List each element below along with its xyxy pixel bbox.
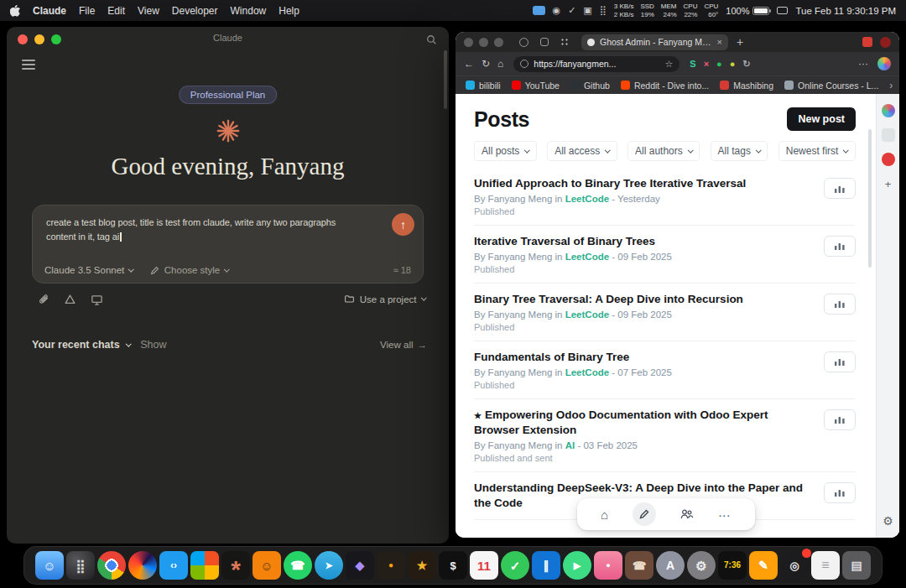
- tasks-app-icon[interactable]: ✓: [501, 551, 529, 580]
- post-analytics-button[interactable]: [824, 482, 856, 503]
- extension-icon[interactable]: S: [690, 60, 695, 69]
- home-icon[interactable]: ⌂: [497, 59, 503, 69]
- orange-chat-app-icon[interactable]: ☺: [253, 551, 281, 580]
- grid-status-icon[interactable]: ⣿: [600, 6, 607, 15]
- tab-groups-icon[interactable]: [560, 38, 569, 46]
- claude-dock-icon[interactable]: *: [221, 551, 250, 580]
- check-status-icon[interactable]: ✓: [568, 6, 575, 15]
- bear-app-icon[interactable]: ★: [408, 551, 436, 580]
- screenshot-tool-icon[interactable]: [533, 6, 545, 15]
- new-post-button[interactable]: New post: [787, 107, 856, 131]
- bookmark-star-icon[interactable]: ☆: [664, 59, 673, 70]
- post-analytics-button[interactable]: [824, 351, 856, 372]
- view-all-link[interactable]: View all →: [380, 340, 427, 350]
- search-icon[interactable]: [426, 34, 437, 49]
- post-row[interactable]: ★Binary Tree Traversal: A Deep Dive into…: [474, 284, 856, 341]
- show-toggle[interactable]: Show: [140, 339, 166, 351]
- zoom-window-button[interactable]: [494, 38, 503, 47]
- bookmarks-overflow-icon[interactable]: ›: [889, 80, 893, 91]
- recent-chats-header[interactable]: Your recent chats Show: [32, 339, 166, 351]
- extension-icon[interactable]: ↻: [742, 60, 750, 69]
- nav-home-icon[interactable]: ⌂: [601, 508, 608, 521]
- filter-dropdown[interactable]: Newest first: [778, 141, 856, 161]
- post-row[interactable]: ★Fundamentals of Binary Tree By Fanyang …: [474, 341, 856, 399]
- bookmark-item[interactable]: Github: [570, 81, 610, 91]
- office-grid-icon[interactable]: [190, 551, 219, 580]
- claude-scrollbar[interactable]: [444, 50, 447, 109]
- drive-integration-icon[interactable]: [64, 294, 76, 310]
- notes-app-icon[interactable]: ≡: [811, 551, 840, 580]
- menu-item[interactable]: Window: [231, 5, 267, 17]
- send-button[interactable]: ↑: [392, 213, 414, 236]
- menu-bar-clock[interactable]: Tue Feb 11 9:30:19 PM: [795, 6, 896, 16]
- minimize-window-button[interactable]: [479, 38, 488, 47]
- nav-edit-icon[interactable]: [633, 502, 656, 526]
- prompt-input-box[interactable]: create a test blog post, title is test f…: [32, 205, 424, 284]
- browser-menu-icon[interactable]: ···: [858, 59, 868, 69]
- close-window-button[interactable]: [464, 38, 473, 47]
- zoom-window-button[interactable]: [51, 34, 61, 44]
- workspaces-icon[interactable]: [519, 38, 528, 47]
- battery-indicator[interactable]: 100%: [726, 6, 769, 16]
- chrome-icon[interactable]: [97, 551, 126, 580]
- filter-dropdown[interactable]: All access: [547, 141, 617, 161]
- menu-item[interactable]: Edit: [107, 5, 125, 17]
- telegram-icon[interactable]: ➤: [315, 551, 343, 580]
- extension-icon[interactable]: ●: [730, 60, 736, 69]
- green-play-app-icon[interactable]: ▶: [563, 551, 591, 580]
- post-row[interactable]: ★Iterative Traversal of Binary Trees By …: [474, 226, 856, 284]
- post-analytics-button[interactable]: [824, 236, 856, 257]
- firefox-icon[interactable]: [128, 551, 157, 580]
- vscode-icon[interactable]: ‹›: [159, 551, 188, 580]
- phone-app-icon[interactable]: ☎: [625, 551, 653, 580]
- sidebar-settings-icon[interactable]: ⚙: [883, 514, 893, 528]
- obsidian-icon[interactable]: ◆: [346, 551, 374, 580]
- post-analytics-button[interactable]: [824, 409, 856, 430]
- filter-dropdown[interactable]: All authors: [627, 141, 700, 161]
- bookmark-item[interactable]: Reddit - Dive into...: [621, 81, 709, 91]
- timer-app-icon[interactable]: 7:36: [718, 551, 747, 580]
- profile-icon[interactable]: [880, 37, 891, 48]
- notification-app-icon[interactable]: ◎: [780, 551, 809, 580]
- model-selector[interactable]: Claude 3.5 Sonnet: [44, 265, 133, 275]
- filter-dropdown[interactable]: All posts: [474, 141, 537, 161]
- extension-icon[interactable]: ×: [704, 60, 709, 69]
- minimize-window-button[interactable]: [34, 34, 44, 44]
- extension-icon[interactable]: ●: [716, 60, 722, 69]
- browser-tab[interactable]: Ghost Admin - Fanyang Meng's ×: [581, 34, 728, 50]
- tab-search-icon[interactable]: [540, 38, 549, 46]
- post-row[interactable]: ★Unified Approach to Binary Tree Iterati…: [474, 168, 856, 226]
- menu-item[interactable]: View: [138, 5, 159, 17]
- display-icon[interactable]: [777, 7, 788, 14]
- lock-app-icon[interactable]: ●: [594, 551, 622, 580]
- apple-menu-icon[interactable]: [10, 5, 20, 17]
- sidebar-red-app-icon[interactable]: [882, 153, 895, 166]
- window-manager-icon[interactable]: ▣: [583, 6, 591, 15]
- terminal-icon[interactable]: $: [439, 551, 467, 580]
- back-icon[interactable]: ←: [464, 59, 474, 69]
- calendar-icon[interactable]: 11: [470, 551, 498, 580]
- filter-dropdown[interactable]: All tags: [711, 141, 768, 161]
- post-row[interactable]: ★Empowering Odoo Documentation with Odoo…: [474, 399, 856, 472]
- orange-pencil-app-icon[interactable]: ✎: [749, 551, 778, 580]
- appstore-icon[interactable]: A: [656, 551, 685, 580]
- system-stat[interactable]: MEM 24%: [661, 3, 677, 19]
- system-stat[interactable]: CPU 60°: [704, 3, 718, 19]
- close-window-button[interactable]: [18, 34, 28, 44]
- red-extension-icon[interactable]: [862, 37, 872, 47]
- nav-more-icon[interactable]: ···: [718, 508, 731, 521]
- menu-item[interactable]: Developer: [172, 5, 218, 17]
- record-status-icon[interactable]: ◉: [553, 6, 561, 15]
- app-menu-claude[interactable]: Claude: [33, 5, 66, 17]
- settings-icon[interactable]: ⚙: [687, 551, 716, 580]
- reload-icon[interactable]: ↻: [482, 59, 490, 69]
- page-scrollbar[interactable]: [868, 129, 872, 268]
- system-stat[interactable]: SSD 19%: [640, 3, 653, 19]
- sidebar-toggle-icon[interactable]: [22, 60, 35, 70]
- dark-app-icon[interactable]: ●: [377, 551, 405, 580]
- nav-members-icon[interactable]: [680, 508, 694, 520]
- system-stat[interactable]: CPU 22%: [684, 3, 698, 19]
- prompt-text[interactable]: create a test blog post, title is test f…: [33, 206, 423, 244]
- trello-icon[interactable]: ∥: [532, 551, 560, 580]
- menu-item[interactable]: Help: [279, 5, 299, 17]
